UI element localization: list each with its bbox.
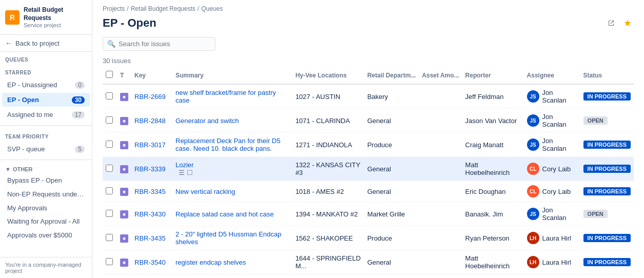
row-location-cell: 1071 - CLARINDA	[292, 109, 364, 133]
row-checkbox[interactable]	[106, 258, 113, 265]
row-summary-cell: Lozier☰ ☐	[172, 157, 292, 181]
row-asset-cell	[419, 181, 462, 202]
issue-key-link[interactable]: RBR-3435	[134, 234, 166, 242]
sidebar-divider	[0, 125, 92, 126]
external-link-button[interactable]	[605, 17, 617, 29]
issue-summary-link[interactable]: Replace salad case and hot case	[175, 210, 274, 218]
other-section-label[interactable]: ▼ OTHER	[0, 163, 92, 173]
sidebar-item-svp-queue[interactable]: SVP - queue 5	[2, 142, 90, 156]
table-row[interactable]: ■ RBR-3628 shelves for black checkstand …	[103, 274, 634, 279]
issue-key-link[interactable]: RBR-3540	[134, 259, 166, 266]
issue-summary-link[interactable]: 2 - 20" lighted D5 Hussman Endcap shelve…	[175, 230, 281, 246]
table-row[interactable]: ■ RBR-3540 register endcap shelves 1644 …	[103, 250, 634, 274]
row-checkbox-cell	[103, 133, 117, 157]
issue-summary-link[interactable]: Generator and switch	[175, 117, 239, 125]
sidebar-item-ep-unassigned[interactable]: EP - Unassigned 0	[2, 78, 90, 92]
sidebar-item-count: 5	[75, 146, 85, 153]
star-button[interactable]: ★	[621, 15, 634, 31]
star-icon: ★	[623, 17, 632, 29]
issue-summary-link[interactable]: New vertical racking	[175, 188, 235, 195]
issue-summary-link[interactable]: register endcap shelves	[175, 259, 246, 266]
table-row[interactable]: ■ RBR-2669 new shelf bracket/frame for p…	[103, 84, 634, 109]
sidebar-divider-2	[0, 160, 92, 160]
col-header-asset[interactable]: Asset Amo...	[419, 67, 462, 84]
search-input[interactable]	[119, 40, 211, 48]
external-link-icon	[607, 19, 615, 27]
row-status-cell: IN PROGRESS	[580, 250, 634, 274]
sidebar-item-bypass-ep-open[interactable]: Bypass EP - Open	[2, 174, 90, 187]
sidebar-item-assigned-me[interactable]: Assigned to me 17	[2, 108, 90, 122]
row-location-cell: 1394 - MANKATO #2	[292, 202, 364, 226]
row-inline-icons[interactable]: ☰ ☐	[179, 169, 289, 176]
row-key-cell: RBR-2669	[131, 84, 172, 109]
project-logo: R	[5, 10, 19, 25]
row-checkbox[interactable]	[106, 210, 113, 217]
row-asset-cell	[419, 250, 462, 274]
back-to-project-button[interactable]: ← Back to project	[0, 35, 92, 52]
row-asset-cell	[419, 84, 462, 109]
row-dept-cell: Produce	[364, 133, 419, 157]
issue-summary-link[interactable]: new shelf bracket/frame for pastry case	[175, 89, 276, 104]
table-row[interactable]: ■ RBR-2848 Generator and switch 1071 - C…	[103, 109, 634, 133]
breadcrumb-projects[interactable]: Projects	[103, 5, 125, 12]
search-icon: 🔍	[107, 40, 115, 48]
row-location-cell: 1018 - AMES #2	[292, 181, 364, 202]
row-assignee-cell: LH Laura Hirl	[524, 274, 580, 279]
col-header-key[interactable]: Key	[131, 67, 172, 84]
sidebar-item-label: EP - Open	[7, 96, 39, 104]
table-row[interactable]: ■ RBR-3339 Lozier☰ ☐ 1322 - KANSAS CITY …	[103, 157, 634, 181]
col-header-type[interactable]: T	[117, 67, 131, 84]
row-checkbox[interactable]	[106, 116, 113, 124]
issue-key-link[interactable]: RBR-2669	[134, 93, 166, 101]
row-checkbox[interactable]	[106, 141, 113, 148]
issue-summary-link[interactable]: Lozier	[175, 161, 193, 169]
issue-key-link[interactable]: RBR-3345	[134, 188, 166, 195]
page-title: EP - Open	[103, 16, 157, 30]
sidebar-item-approvals-over-5000[interactable]: Approvals over $5000	[2, 229, 90, 242]
search-box[interactable]: 🔍	[103, 37, 216, 51]
row-checkbox[interactable]	[106, 165, 113, 172]
other-label: OTHER	[13, 166, 33, 172]
col-header-location[interactable]: Hy-Vee Locations	[292, 67, 364, 84]
row-status-cell: IN PROGRESS	[580, 84, 634, 109]
table-row[interactable]: ■ RBR-3345 New vertical racking 1018 - A…	[103, 181, 634, 202]
issue-key-link[interactable]: RBR-3017	[134, 141, 166, 149]
row-type-cell: ■	[117, 202, 131, 226]
issue-summary-link[interactable]: Replacement Deck Pan for their D5 case. …	[175, 137, 280, 152]
select-all-checkbox[interactable]	[106, 71, 113, 78]
row-checkbox[interactable]	[106, 187, 113, 194]
breadcrumb-retail-budget[interactable]: Retail Budget Requests	[131, 5, 196, 12]
issue-key-link[interactable]: RBR-3339	[134, 165, 166, 173]
row-checkbox[interactable]	[106, 92, 113, 100]
sidebar-item-non-ep-requests[interactable]: Non-EP Requests under $10...	[2, 188, 90, 201]
row-reporter-cell: Craig Manatt	[462, 133, 524, 157]
sidebar-item-label: SVP - queue	[7, 145, 45, 153]
table-row[interactable]: ■ RBR-3017 Replacement Deck Pan for thei…	[103, 133, 634, 157]
col-header-reporter[interactable]: Reporter	[462, 67, 524, 84]
row-type-cell: ■	[117, 109, 131, 133]
avatar: LH	[527, 256, 539, 268]
row-key-cell: RBR-3435	[131, 226, 172, 250]
chevron-down-icon: ▼	[5, 166, 11, 172]
table-row[interactable]: ■ RBR-3435 2 - 20" lighted D5 Hussman En…	[103, 226, 634, 250]
col-header-assignee[interactable]: Assignee	[524, 67, 580, 84]
row-reporter-cell: Banasik. Jim	[462, 202, 524, 226]
issue-key-link[interactable]: RBR-3430	[134, 210, 166, 218]
col-header-summary[interactable]: Summary	[172, 67, 292, 84]
row-dept-cell: Bakery	[364, 84, 419, 109]
row-asset-cell	[419, 133, 462, 157]
row-checkbox[interactable]	[106, 234, 113, 241]
sidebar-item-my-approvals[interactable]: My Approvals	[2, 202, 90, 214]
status-badge: IN PROGRESS	[583, 141, 631, 149]
sidebar-item-waiting-approval[interactable]: Waiting for Approval - All	[2, 215, 90, 228]
breadcrumb-sep-1: /	[127, 5, 128, 12]
sidebar-item-ep-open[interactable]: EP - Open 30	[2, 93, 90, 107]
table-row[interactable]: ■ RBR-3430 Replace salad case and hot ca…	[103, 202, 634, 226]
col-header-status[interactable]: Status	[580, 67, 634, 84]
sidebar-item-label: EP - Unassigned	[7, 81, 57, 89]
row-status-cell: IN PROGRESS	[580, 157, 634, 181]
breadcrumb-queues[interactable]: Queues	[201, 5, 223, 12]
issue-key-link[interactable]: RBR-2848	[134, 117, 166, 125]
col-header-dept[interactable]: Retail Departm...	[364, 67, 419, 84]
row-status-cell: IN PROGRESS	[580, 226, 634, 250]
